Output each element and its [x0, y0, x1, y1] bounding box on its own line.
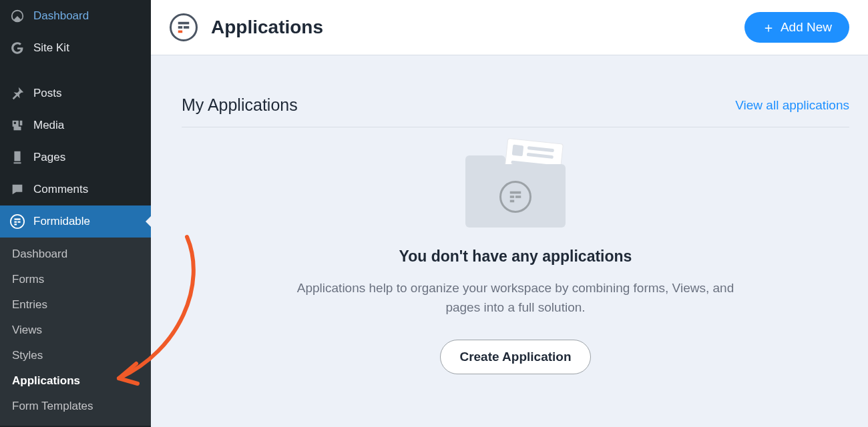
sidebar-item-label: Posts — [33, 87, 62, 100]
empty-state-title: You don't have any applications — [399, 248, 632, 266]
formidable-submenu: Dashboard Forms Entries Views Styles App… — [0, 238, 151, 426]
svg-rect-4 — [14, 224, 17, 225]
page-title: Applications — [211, 17, 323, 38]
formidable-icon — [9, 214, 25, 230]
svg-rect-12 — [510, 200, 514, 203]
submenu-item-dashboard[interactable]: Dashboard — [0, 242, 151, 267]
svg-rect-8 — [178, 31, 182, 33]
submenu-item-styles[interactable]: Styles — [0, 343, 151, 368]
empty-state-description: Applications help to organize your works… — [282, 279, 749, 317]
create-application-button[interactable]: Create Application — [440, 340, 590, 374]
comment-icon — [9, 181, 25, 197]
sidebar-item-label: Dashboard — [33, 9, 89, 23]
sidebar-item-formidable[interactable]: Formidable — [0, 205, 151, 238]
view-all-link[interactable]: View all applications — [735, 98, 849, 113]
submenu-item-entries[interactable]: Entries — [0, 292, 151, 318]
sidebar-item-label: Pages — [33, 151, 65, 164]
submenu-item-form-templates[interactable]: Form Templates — [0, 394, 151, 419]
sidebar-item-dashboard[interactable]: Dashboard — [0, 0, 151, 32]
sidebar-item-media[interactable]: Media — [0, 109, 151, 141]
submenu-item-applications[interactable]: Applications — [0, 368, 151, 394]
pushpin-icon — [9, 85, 25, 101]
section-title: My Applications — [182, 95, 298, 115]
svg-rect-3 — [17, 222, 20, 223]
page-header: Applications ＋ Add New — [151, 0, 868, 55]
sidebar-item-sitekit[interactable]: Site Kit — [0, 32, 151, 64]
sidebar-item-label: Media — [33, 119, 64, 132]
sidebar-item-comments[interactable]: Comments — [0, 173, 151, 205]
folder-illustration-icon — [465, 141, 566, 228]
google-icon — [9, 40, 25, 56]
sidebar-item-label: Site Kit — [33, 41, 69, 55]
formidable-logo-icon — [170, 13, 198, 41]
dashboard-icon — [9, 8, 25, 24]
submenu-item-views[interactable]: Views — [0, 318, 151, 343]
sidebar-item-pages[interactable]: Pages — [0, 141, 151, 173]
svg-rect-5 — [178, 22, 190, 25]
svg-rect-7 — [184, 26, 189, 29]
sidebar-separator — [0, 64, 151, 77]
svg-rect-9 — [510, 191, 521, 194]
pages-icon — [9, 149, 25, 165]
sidebar-item-posts[interactable]: Posts — [0, 77, 151, 109]
svg-rect-1 — [14, 218, 20, 220]
media-icon — [9, 117, 25, 133]
add-new-label: Add New — [781, 20, 832, 35]
svg-rect-2 — [14, 222, 17, 223]
sidebar-item-label: Comments — [33, 183, 88, 196]
add-new-button[interactable]: ＋ Add New — [744, 12, 849, 43]
section-header: My Applications View all applications — [182, 95, 849, 127]
svg-rect-6 — [178, 26, 182, 29]
svg-rect-10 — [510, 195, 514, 198]
main-content: Applications ＋ Add New My Applications V… — [151, 0, 868, 427]
empty-state: You don't have any applications Applicat… — [182, 127, 849, 374]
sidebar-item-label: Formidable — [33, 215, 90, 228]
submenu-item-forms[interactable]: Forms — [0, 267, 151, 292]
admin-sidebar: Dashboard Site Kit Posts — [0, 0, 151, 427]
plus-icon: ＋ — [762, 21, 775, 34]
svg-point-0 — [11, 215, 24, 228]
svg-rect-11 — [515, 195, 521, 198]
